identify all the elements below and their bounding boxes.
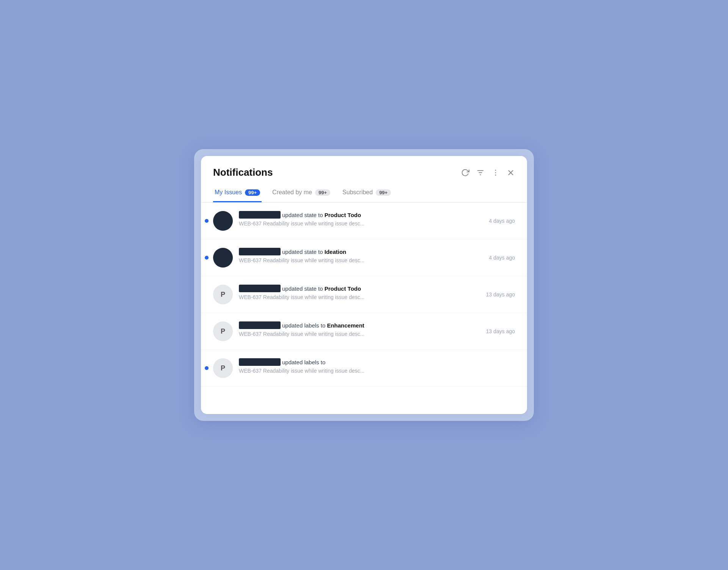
- notification-content: updated labels toWEB-637 Readability iss…: [239, 358, 515, 374]
- username-redacted: [239, 211, 281, 219]
- notification-content: updated state to Product TodoWEB-637 Rea…: [239, 211, 474, 227]
- username-redacted: [239, 248, 281, 255]
- notification-action: updated state to Ideation: [282, 249, 346, 255]
- notification-sub: WEB-637 Readability issue while writing …: [239, 220, 474, 227]
- notification-main: updated labels to Enhancement: [239, 321, 471, 329]
- notification-sub: WEB-637 Readability issue while writing …: [239, 294, 471, 300]
- username-redacted: [239, 358, 281, 366]
- tab-subscribed-label: Subscribed: [342, 189, 373, 196]
- notification-action: updated state to Product Todo: [282, 212, 361, 218]
- notification-time: 13 days ago: [477, 328, 515, 334]
- avatar: [213, 248, 233, 268]
- notification-item[interactable]: Pupdated state to Product TodoWEB-637 Re…: [201, 276, 527, 313]
- unread-indicator: [205, 219, 209, 223]
- svg-point-4: [495, 172, 496, 173]
- close-icon[interactable]: [507, 168, 515, 177]
- avatar: P: [213, 321, 233, 341]
- notification-content: updated state to IdeationWEB-637 Readabi…: [239, 248, 474, 263]
- tab-created-label: Created by me: [272, 189, 312, 196]
- notification-time: 4 days ago: [480, 218, 515, 224]
- notifications-panel: Notifications: [201, 156, 527, 414]
- notification-action: updated labels to Enhancement: [282, 322, 364, 329]
- avatar: P: [213, 358, 233, 378]
- notification-main: updated state to Product Todo: [239, 285, 471, 292]
- tab-my-issues[interactable]: My Issues 99+: [213, 186, 262, 202]
- avatar: P: [213, 285, 233, 304]
- panel-title: Notifications: [213, 167, 273, 178]
- svg-point-5: [495, 175, 496, 176]
- tab-my-issues-badge: 99+: [245, 189, 260, 196]
- filter-icon[interactable]: [476, 168, 485, 177]
- unread-indicator: [205, 256, 209, 260]
- avatar: [213, 211, 233, 231]
- notification-item[interactable]: Pupdated labels to EnhancementWEB-637 Re…: [201, 313, 527, 350]
- tab-subscribed-badge: 99+: [376, 189, 391, 196]
- notification-item[interactable]: Pupdated labels toWEB-637 Readability is…: [201, 350, 527, 387]
- tab-created-badge: 99+: [315, 189, 330, 196]
- tab-created-by-me[interactable]: Created by me 99+: [271, 186, 332, 202]
- notification-main: updated labels to: [239, 358, 515, 366]
- outer-background: Notifications: [0, 0, 728, 570]
- notification-main: updated state to Product Todo: [239, 211, 474, 219]
- notification-item[interactable]: updated state to IdeationWEB-637 Readabi…: [201, 239, 527, 276]
- notification-sub: WEB-637 Readability issue while writing …: [239, 368, 515, 374]
- tab-my-issues-label: My Issues: [215, 189, 242, 196]
- notification-time: 13 days ago: [477, 291, 515, 298]
- tab-subscribed[interactable]: Subscribed 99+: [341, 186, 392, 202]
- notification-action: updated state to Product Todo: [282, 285, 361, 292]
- username-redacted: [239, 285, 281, 292]
- notification-action: updated labels to: [282, 359, 325, 365]
- username-redacted: [239, 321, 281, 329]
- notification-item[interactable]: updated state to Product TodoWEB-637 Rea…: [201, 203, 527, 239]
- notification-sub: WEB-637 Readability issue while writing …: [239, 331, 471, 337]
- panel-header: Notifications: [201, 156, 527, 178]
- refresh-icon[interactable]: [461, 168, 469, 177]
- notification-main: updated state to Ideation: [239, 248, 474, 255]
- notification-sub: WEB-637 Readability issue while writing …: [239, 257, 474, 263]
- svg-point-3: [495, 170, 496, 171]
- unread-indicator: [205, 366, 209, 370]
- notification-time: 4 days ago: [480, 255, 515, 261]
- tabs-bar: My Issues 99+ Created by me 99+ Subscrib…: [201, 178, 527, 202]
- header-icons-group: [461, 168, 515, 177]
- notifications-list[interactable]: updated state to Product TodoWEB-637 Rea…: [201, 203, 527, 414]
- notification-content: updated labels to EnhancementWEB-637 Rea…: [239, 321, 471, 337]
- panel-shadow: Notifications: [194, 149, 534, 421]
- notification-content: updated state to Product TodoWEB-637 Rea…: [239, 285, 471, 300]
- more-icon[interactable]: [491, 168, 500, 177]
